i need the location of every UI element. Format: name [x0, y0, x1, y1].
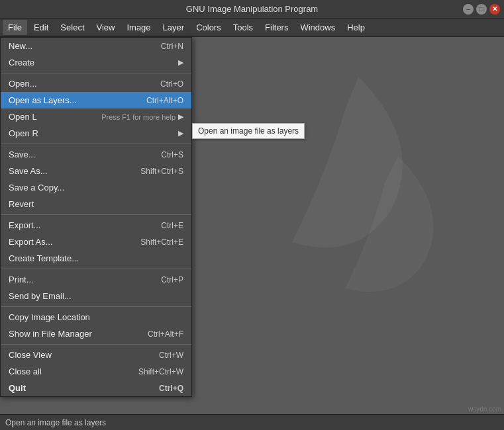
separator-6 — [1, 344, 191, 345]
menu-entry-open-as-layers[interactable]: Open as Layers... Ctrl+Alt+O — [1, 92, 191, 108]
menu-entry-save-copy[interactable]: Save a Copy... — [1, 179, 191, 196]
open-recent-arrow: ▶ — [178, 129, 183, 138]
create-template-label: Create Template... — [9, 253, 79, 263]
open-shortcut: Ctrl+O — [160, 79, 183, 89]
menu-entry-quit[interactable]: Quit Ctrl+Q — [1, 380, 191, 396]
export-as-shortcut: Shift+Ctrl+E — [140, 237, 183, 247]
revert-label: Revert — [9, 199, 34, 209]
export-shortcut: Ctrl+E — [161, 221, 183, 230]
maximize-button[interactable]: □ — [476, 4, 487, 15]
show-manager-shortcut: Ctrl+Alt+F — [148, 329, 183, 339]
window-title: GNU Image Manipulation Program — [186, 4, 318, 14]
close-view-shortcut: Ctrl+W — [159, 351, 183, 360]
export-as-label: Export As... — [9, 237, 52, 247]
menu-entry-export[interactable]: Export... Ctrl+E — [1, 217, 191, 234]
separator-3 — [1, 214, 191, 215]
send-email-label: Send by Email... — [9, 291, 72, 301]
close-button[interactable]: ✕ — [489, 4, 500, 15]
menu-colors[interactable]: Colors — [191, 20, 227, 35]
open-label: Open... — [9, 79, 37, 89]
watermark: wsydn.com — [468, 406, 501, 413]
separator-5 — [1, 306, 191, 307]
menu-entry-send-email[interactable]: Send by Email... — [1, 288, 191, 304]
title-bar: GNU Image Manipulation Program – □ ✕ — [0, 0, 504, 19]
menu-view[interactable]: View — [91, 20, 121, 35]
menu-entry-close-all[interactable]: Close all Shift+Ctrl+W — [1, 363, 191, 380]
menu-entry-new[interactable]: New... Ctrl+N — [1, 38, 191, 54]
menu-entry-create[interactable]: Create ▶ — [1, 54, 191, 71]
menu-windows[interactable]: Windows — [295, 20, 340, 35]
menu-file[interactable]: File — [3, 20, 27, 35]
open-as-layers-shortcut: Ctrl+Alt+O — [146, 96, 183, 105]
menu-entry-open-location[interactable]: Open L Press F1 for more help ▶ — [1, 108, 191, 125]
close-view-label: Close View — [9, 350, 52, 360]
copy-location-label: Copy Image Location — [9, 312, 90, 322]
menu-layer[interactable]: Layer — [158, 20, 190, 35]
file-dropdown: New... Ctrl+N Create ▶ Open... Ctrl+O Op… — [0, 37, 305, 397]
new-shortcut: Ctrl+N — [161, 42, 183, 51]
open-location-label: Open L — [9, 112, 37, 122]
save-copy-label: Save a Copy... — [9, 183, 64, 193]
menu-entry-create-template[interactable]: Create Template... — [1, 250, 191, 267]
menu-entry-show-manager[interactable]: Show in File Manager Ctrl+Alt+F — [1, 325, 191, 342]
open-as-layers-tooltip: Open an image file as layers — [192, 123, 305, 139]
f1-hint: Press F1 for more help — [37, 113, 176, 121]
print-label: Print... — [9, 275, 34, 284]
minimize-button[interactable]: – — [463, 4, 474, 15]
menu-select[interactable]: Select — [55, 20, 89, 35]
menu-entry-print[interactable]: Print... Ctrl+P — [1, 271, 191, 288]
open-recent-label: Open R — [9, 128, 38, 138]
file-menu-panel: New... Ctrl+N Create ▶ Open... Ctrl+O Op… — [0, 37, 192, 397]
window-controls: – □ ✕ — [463, 4, 500, 15]
menu-edit[interactable]: Edit — [28, 20, 54, 35]
close-all-label: Close all — [9, 366, 42, 376]
menu-entry-open-recent[interactable]: Open R ▶ — [1, 125, 191, 142]
menu-entry-copy-location[interactable]: Copy Image Location — [1, 309, 191, 325]
menu-help[interactable]: Help — [342, 20, 370, 35]
show-manager-label: Show in File Manager — [9, 329, 92, 339]
menu-entry-save[interactable]: Save... Ctrl+S — [1, 146, 191, 163]
quit-label: Quit — [9, 383, 26, 393]
menu-entry-close-view[interactable]: Close View Ctrl+W — [1, 347, 191, 363]
export-label: Export... — [9, 220, 40, 230]
menu-entry-save-as[interactable]: Save As... Shift+Ctrl+S — [1, 163, 191, 179]
bg-decoration2 — [345, 156, 451, 302]
menu-entry-revert[interactable]: Revert — [1, 196, 191, 212]
separator-4 — [1, 269, 191, 269]
create-arrow: ▶ — [178, 58, 183, 67]
save-as-shortcut: Shift+Ctrl+S — [140, 167, 183, 176]
save-shortcut: Ctrl+S — [161, 150, 183, 159]
open-as-layers-label: Open as Layers... — [9, 95, 77, 105]
status-bar: Open an image file as layers — [0, 414, 504, 430]
create-label: Create — [9, 58, 34, 67]
menu-filters[interactable]: Filters — [260, 20, 293, 35]
quit-shortcut: Ctrl+Q — [159, 384, 183, 393]
menu-tools[interactable]: Tools — [228, 20, 258, 35]
save-as-label: Save As... — [9, 166, 48, 176]
separator-2 — [1, 144, 191, 144]
menu-entry-export-as[interactable]: Export As... Shift+Ctrl+E — [1, 234, 191, 250]
new-label: New... — [9, 41, 32, 51]
open-location-arrow: ▶ — [178, 112, 183, 121]
print-shortcut: Ctrl+P — [161, 275, 183, 284]
close-all-shortcut: Shift+Ctrl+W — [138, 367, 183, 376]
save-label: Save... — [9, 150, 35, 159]
status-text: Open an image file as layers — [5, 418, 106, 427]
menu-bar: File Edit Select View Image Layer Colors… — [0, 19, 504, 37]
menu-entry-open[interactable]: Open... Ctrl+O — [1, 75, 191, 92]
menu-image[interactable]: Image — [121, 20, 156, 35]
separator-1 — [1, 73, 191, 73]
